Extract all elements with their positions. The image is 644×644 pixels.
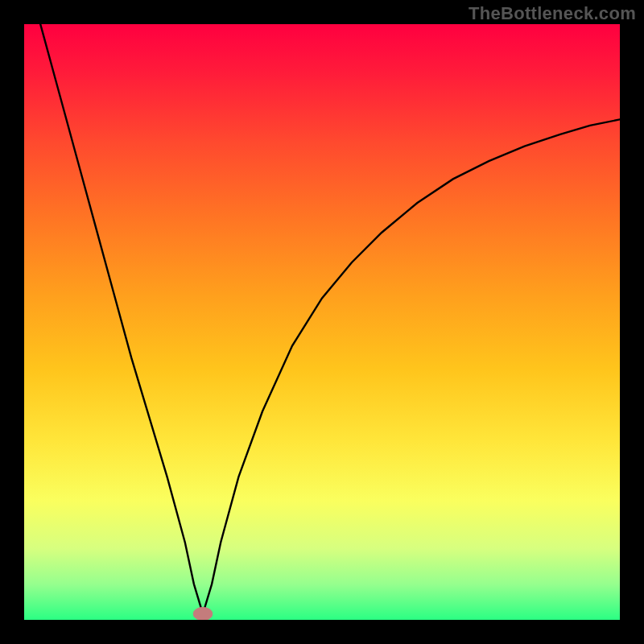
- plot-area: [24, 24, 620, 620]
- plot-svg: [24, 24, 620, 620]
- watermark-text: TheBottleneck.com: [469, 3, 636, 24]
- gradient-background: [24, 24, 620, 620]
- chart-frame: TheBottleneck.com: [0, 0, 644, 644]
- optimal-point-marker: [193, 607, 213, 620]
